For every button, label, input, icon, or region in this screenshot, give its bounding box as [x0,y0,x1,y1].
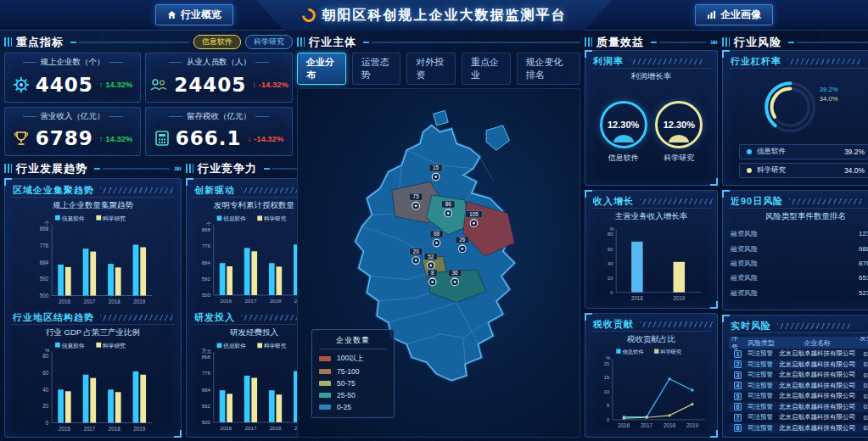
svg-text:2018: 2018 [109,299,120,304]
map-legend-row: 50-75 [319,379,387,388]
row-number-badge: 7 [734,414,742,421]
chart-title: 利润增长率 [591,71,711,82]
svg-text:868: 868 [202,354,211,360]
left-column: 重点指标 信息软件科学研究 规上企业数（个） 4405 ↑ 14.32% 从业人… [4,34,293,438]
row-time: 03-16 [859,393,868,400]
svg-text:2016: 2016 [59,299,70,304]
stat-value: 6789 [36,127,93,149]
competitiveness-title: 行业竞争力 [198,161,257,176]
gauge-info-software: 12.30% 信息软件 [600,101,647,164]
svg-text:科学研究: 科学研究 [103,343,126,349]
category-chip[interactable]: 科学研究 [245,35,293,49]
svg-text:2019: 2019 [133,426,145,432]
row-number-badge: 5 [734,393,742,400]
gauge-science-research: 12.30% 科学研究 [655,101,703,164]
calculator-icon [154,130,170,147]
subsection-title: 实时风险 [731,320,771,332]
gauge-label: 科学研究 [664,153,694,164]
people-icon [149,76,168,93]
map-legend-row: 100以上 [319,354,387,364]
tab[interactable]: 规企变化排名 [517,53,580,85]
svg-text:39.2%: 39.2% [820,86,838,93]
leverage-legend-item: 科学研究 34.0% [739,163,868,178]
left-bottom-panels: 行业发展趋势 »» 区域企业集聚趋势 规上企业数量集聚趋势 信息软件科学研究50… [4,160,293,438]
stat-card-tax: 留存税收（亿元） 666.1 ↓ -14.32% [145,107,293,157]
tab[interactable]: 企业分布 [297,53,346,85]
leverage-legend-item: 信息软件 39.2% [739,144,868,159]
table-row: 7 司法预警 北京启航卓越科技有限公司 03-16 [729,412,868,423]
legend-swatch [319,356,331,361]
hatch-decoration [630,59,703,64]
chart-title: 税收贡献占比 [591,334,711,345]
row-time: 03-16 [859,371,868,379]
stat-delta: ↓ -14.32% [248,134,284,143]
svg-text:2018: 2018 [109,426,120,432]
section-bars-icon [297,37,305,47]
nav-enterprise-portrait[interactable]: 企业画像 [695,4,773,25]
svg-text:信息软件: 信息软件 [223,215,246,222]
svg-text:2017: 2017 [641,422,652,428]
svg-text:86: 86 [445,201,452,207]
home-icon [167,10,176,20]
more-link[interactable]: »» [710,37,718,47]
risk-bar-row: 融资风险 653 [731,273,868,282]
svg-text:500: 500 [202,292,211,298]
svg-text:684: 684 [202,260,211,265]
svg-text:868: 868 [40,226,49,232]
subsection-title: 行业地区结构趋势 [13,311,94,324]
svg-text:2018: 2018 [270,426,282,432]
leverage-donut-chart: 39.2%34.0% [729,69,868,142]
row-company-name: 北京启航卓越科技有限公司 [779,360,855,369]
leverage-legend: 信息软件 39.2% 科学研究 34.0% [739,144,868,178]
map-legend-row: 0-25 [319,403,387,411]
svg-text:0: 0 [610,290,613,295]
stat-label: 规上企业数（个） [8,55,137,70]
svg-text:592: 592 [202,276,211,282]
main-tabs: 企业分布运营态势对外投资重点企业规企变化排名 [297,53,580,85]
row-time: 03-16 [859,403,868,410]
svg-text:592: 592 [40,276,49,282]
tab[interactable]: 重点企业 [462,53,511,85]
row-time: 03-16 [859,424,868,432]
svg-text:信息软件: 信息软件 [62,343,85,349]
legend-dot [747,168,752,173]
risk-bar-label: 融资风险 [731,259,761,268]
page-title: 朝阳区科创规上企业大数据监测平台 [322,7,567,25]
svg-text:5: 5 [607,403,609,408]
subsection-title: 税收贡献 [593,318,634,331]
table-row: 4 司法预警 北京启航卓越科技有限公司 03-16 [729,381,868,392]
row-number-badge: 1 [734,350,742,358]
top-header: 行业概览 朝阳区科创规上企业大数据监测平台 企业画像 [0,0,868,31]
chart-title: 行业 GDP 占第三产业比例 [11,327,175,338]
tab[interactable]: 对外投资 [406,53,456,85]
stat-label: 留存税收（亿元） [149,109,288,124]
tab[interactable]: 运营态势 [352,53,401,85]
row-time: 03-16 [859,350,868,358]
table-row: 5 司法预警 北京启航卓越科技有限公司 03-16 [729,391,868,402]
legend-value: 34.0% [844,166,865,175]
svg-text:科学研究: 科学研究 [264,215,287,222]
hatch-decoration [640,321,713,327]
profit-card: 利润率 利润增长率 12.30% 信息软件 12.30% [585,50,718,186]
map-legend-row: 75-100 [319,367,387,376]
nav-industry-overview[interactable]: 行业概览 [155,4,233,25]
row-number-badge: 2 [734,360,742,368]
svg-text:20: 20 [42,403,48,409]
row-risk-type: 司法预警 [748,424,776,433]
category-chip[interactable]: 信息软件 [193,35,241,49]
stat-cards-grid: 规上企业数（个） 4405 ↑ 14.32% 从业人员数（人） 24405 ↓ … [4,53,293,156]
risk-bar-label: 融资风险 [731,229,761,238]
legend-swatch [319,369,331,374]
nav-left-label: 行业概览 [181,8,221,22]
legend-label: 科学研究 [757,165,786,176]
more-link[interactable]: »» [174,164,182,173]
table-row: 6 司法预警 北京启航卓越科技有限公司 03-16 [729,402,868,413]
svg-text:2019: 2019 [686,422,698,428]
risk-bar-track [766,261,854,265]
risk-bar-row: 融资风险 876 [731,259,868,268]
svg-text:776: 776 [40,243,49,248]
quality-title: 质量效益 [596,35,644,50]
row-company-name: 北京启航卓越科技有限公司 [779,403,855,411]
table-row: 8 司法预警 北京启航卓越科技有限公司 03-16 [729,423,868,434]
svg-text:万元: 万元 [202,349,212,354]
